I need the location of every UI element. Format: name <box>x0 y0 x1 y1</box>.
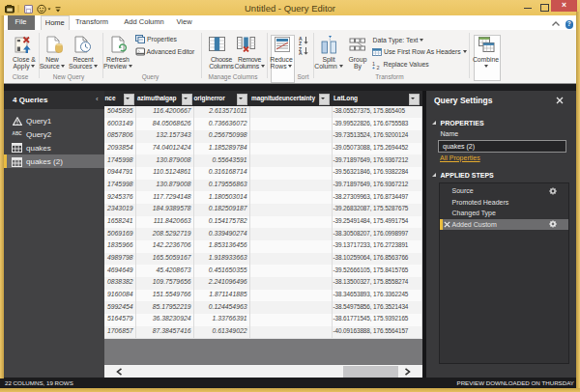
svg-text:2: 2 <box>376 64 379 69</box>
svg-text:A: A <box>299 50 303 55</box>
svg-text:1: 1 <box>372 61 375 67</box>
svg-text:Z: Z <box>299 41 302 46</box>
